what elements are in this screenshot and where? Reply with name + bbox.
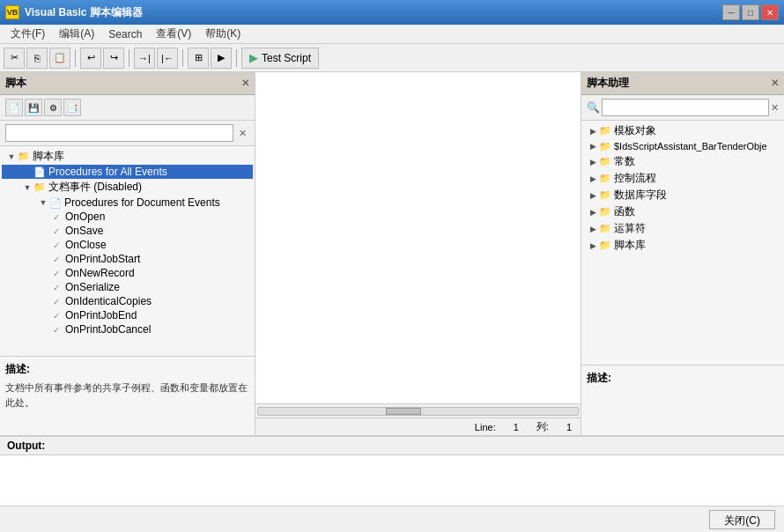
left-search-clear[interactable]: ✕: [235, 126, 249, 140]
tree-item-onIdenticalCopies[interactable]: ✓ OnIdenticalCopies: [2, 294, 253, 308]
test-script-button[interactable]: ▶ Test Script: [241, 48, 319, 69]
separator-4: [236, 49, 237, 67]
tree-item-lib[interactable]: ▼ 📁 脚本库: [2, 148, 253, 165]
tree-label-onClose: OnClose: [65, 239, 107, 251]
separator-3: [182, 49, 183, 67]
expand-idsScriptAssist[interactable]: ▶: [587, 140, 599, 152]
horizontal-scrollbar[interactable]: [255, 403, 581, 417]
expand-scriptLib2[interactable]: ▶: [587, 240, 599, 252]
right-tree[interactable]: ▶ 📁 模板对象 ▶ 📁 $IdsScriptAssistant_BarTend…: [581, 121, 784, 365]
tree-label-onOpen: OnOpen: [65, 211, 105, 223]
menu-file[interactable]: 文件(F): [4, 25, 52, 43]
tree-item-onNewRecord[interactable]: ✓ OnNewRecord: [2, 266, 253, 280]
tree-item-allEvents[interactable]: 📄 Procedures for All Events: [2, 165, 253, 179]
outdent-button[interactable]: |←: [157, 48, 178, 69]
maximize-button[interactable]: □: [742, 4, 759, 20]
output-content[interactable]: [0, 455, 784, 506]
right-tree-label-templateObj: 模板对象: [614, 123, 656, 138]
right-tree-item-controlFlow[interactable]: ▶ 📁 控制流程: [583, 170, 782, 187]
right-tree-label-constants: 常数: [614, 154, 635, 169]
run-button[interactable]: ▶: [211, 48, 232, 69]
left-panel-close[interactable]: ✕: [241, 78, 249, 89]
col-value: 1: [566, 422, 572, 432]
tree-item-onSave[interactable]: ✓ OnSave: [2, 224, 253, 238]
right-tree-item-constants[interactable]: ▶ 📁 常数: [583, 153, 782, 170]
right-tree-item-scriptLib2[interactable]: ▶ 📁 脚本库: [583, 237, 782, 254]
expand-procDocEvents[interactable]: ▼: [37, 196, 49, 209]
expand-allEvents[interactable]: [21, 166, 33, 178]
right-tree-item-templateObj[interactable]: ▶ 📁 模板对象: [583, 122, 782, 139]
tree-label-onPrintJobStart: OnPrintJobStart: [65, 253, 140, 265]
left-search-input[interactable]: [5, 124, 233, 142]
expand-functions[interactable]: ▶: [587, 206, 599, 218]
right-search-clear[interactable]: ✕: [771, 102, 779, 114]
right-desc-title: 描述:: [587, 371, 779, 386]
editor-area[interactable]: [255, 72, 581, 403]
right-panel-close[interactable]: ✕: [771, 78, 779, 89]
menu-help[interactable]: 帮助(K): [198, 25, 248, 43]
left-tree[interactable]: ▼ 📁 脚本库 📄 Procedures for All Events ▼ 📁 …: [0, 146, 255, 356]
separator-1: [75, 49, 76, 67]
tree-item-onClose[interactable]: ✓ OnClose: [2, 238, 253, 252]
tree-item-onPrintJobEnd[interactable]: ✓ OnPrintJobEnd: [2, 308, 253, 322]
script-option1-button[interactable]: ⚙: [44, 99, 62, 116]
expand-lib[interactable]: ▼: [5, 151, 18, 163]
cut-button[interactable]: ✂: [4, 48, 25, 69]
right-tree-label-idsScriptAssist: $IdsScriptAssistant_BarTenderObje: [614, 141, 767, 151]
right-search-input[interactable]: [602, 99, 769, 116]
new-script-button[interactable]: 📄: [5, 99, 23, 116]
right-tree-item-idsScriptAssist[interactable]: ▶ 📁 $IdsScriptAssistant_BarTenderObje: [583, 139, 782, 153]
right-tree-item-operators[interactable]: ▶ 📁 运算符: [583, 220, 782, 237]
script-option2-button[interactable]: 📑: [63, 99, 81, 116]
expand-operators[interactable]: ▶: [587, 223, 599, 235]
expand-dbFields[interactable]: ▶: [587, 189, 599, 202]
left-panel-title: 脚本: [5, 76, 26, 91]
check-onSerialize: ✓: [53, 283, 63, 292]
tree-item-onSerialize[interactable]: ✓ OnSerialize: [2, 280, 253, 294]
menu-edit[interactable]: 编辑(A): [52, 25, 101, 43]
window-controls: ─ □ ✕: [722, 4, 779, 20]
minimize-button[interactable]: ─: [722, 4, 740, 20]
tree-item-onOpen[interactable]: ✓ OnOpen: [2, 210, 253, 224]
menu-view[interactable]: 查看(V): [149, 25, 198, 43]
hscroll-track[interactable]: [257, 407, 579, 416]
separator-2: [129, 49, 129, 67]
right-tree-label-functions: 函数: [614, 204, 635, 219]
tree-item-onPrintJobCancel[interactable]: ✓ OnPrintJobCancel: [2, 322, 253, 336]
close-button[interactable]: 关闭(C): [709, 510, 775, 529]
paste-button[interactable]: 📋: [49, 48, 70, 69]
close-window-button[interactable]: ✕: [761, 4, 779, 20]
redo-button[interactable]: ↪: [103, 48, 124, 69]
expand-controlFlow[interactable]: ▶: [587, 173, 599, 185]
right-tree-item-dbFields[interactable]: ▶ 📁 数据库字段: [583, 187, 782, 203]
tree-label-procDocEvents: Procedures for Document Events: [64, 196, 220, 209]
menu-bar: 文件(F) 编辑(A) Search 查看(V) 帮助(K): [0, 25, 784, 44]
folder-icon-constants: 📁: [599, 156, 611, 167]
editor-status-bar: Line: 1 列: 1: [255, 417, 581, 435]
undo-button[interactable]: ↩: [80, 48, 101, 69]
copy-button[interactable]: ⎘: [26, 48, 48, 69]
tree-item-onPrintJobStart[interactable]: ✓ OnPrintJobStart: [2, 252, 253, 266]
save-script-button[interactable]: 💾: [25, 99, 42, 116]
expand-docEvents[interactable]: ▼: [21, 181, 33, 194]
tree-item-procDocEvents[interactable]: ▼ 📄 Procedures for Document Events: [2, 196, 253, 210]
right-search-icon: 🔍: [587, 101, 600, 114]
menu-search[interactable]: Search: [101, 26, 149, 42]
app-icon: VB: [5, 5, 19, 19]
check-onPrintJobEnd: ✓: [53, 311, 63, 321]
check-onPrintJobStart: ✓: [53, 255, 63, 264]
tree-item-docEvents[interactable]: ▼ 📁 文档事件 (Disabled): [2, 179, 253, 196]
insert-button[interactable]: ⊞: [188, 48, 209, 69]
folder-icon-lib: 📁: [18, 151, 30, 162]
line-value: 1: [514, 422, 519, 432]
col-label: 列:: [536, 420, 549, 433]
right-description-area: 描述:: [581, 365, 784, 435]
expand-templateObj[interactable]: ▶: [587, 125, 599, 137]
right-tree-item-functions[interactable]: ▶ 📁 函数: [583, 203, 782, 220]
expand-constants[interactable]: ▶: [587, 156, 599, 168]
hscroll-thumb[interactable]: [386, 408, 421, 415]
folder-icon-scriptLib2: 📁: [599, 240, 611, 251]
right-tree-label-operators: 运算符: [614, 221, 646, 236]
indent-button[interactable]: →|: [134, 48, 155, 69]
folder-icon-docEvents: 📁: [33, 181, 46, 193]
